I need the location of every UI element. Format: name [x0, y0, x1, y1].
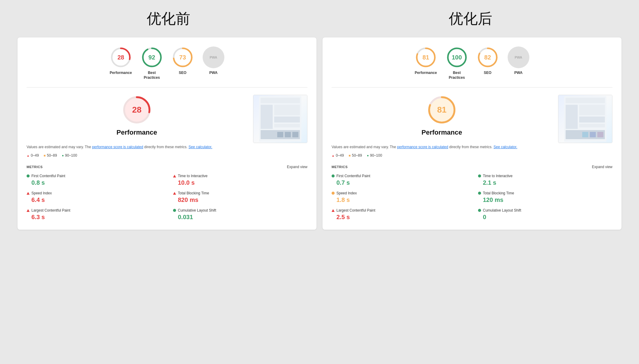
- page-titles: 优化前 优化后: [18, 9, 621, 28]
- legend-item-green-after: ● 90–100: [367, 153, 382, 158]
- svg-rect-11: [261, 105, 273, 129]
- expand-button-before[interactable]: Expand view: [287, 165, 307, 169]
- metric-cls-before: Cumulative Layout Shift 0.031: [173, 208, 307, 221]
- score-label-pwa-before: PWA: [209, 71, 217, 75]
- legend-item-orange-before: ■ 50–89: [44, 153, 57, 158]
- legend-after: ▲ 0–49 ■ 50–89 ● 90–100: [332, 153, 552, 158]
- metric-fcp-after: First Contentful Paint 0.7 s: [332, 174, 466, 186]
- score-circle-seo-after: 82: [477, 46, 499, 68]
- svg-rect-36: [590, 132, 596, 137]
- metric-cls-value-before: 0.031: [173, 214, 307, 221]
- big-circle-before: 28: [122, 95, 152, 125]
- score-label-seo-before: SEO: [179, 71, 186, 75]
- score-item-performance-after: 81 Performance: [415, 46, 437, 80]
- metric-tti-label-before: Time to Interactive: [178, 174, 207, 178]
- legend-before: ▲ 0–49 ■ 50–89 ● 90–100: [27, 153, 247, 158]
- metric-tbt-label-after: Total Blocking Time: [483, 191, 514, 195]
- metric-fcp-label-after: First Contentful Paint: [336, 174, 370, 178]
- metrics-grid-before: First Contentful Paint 0.8 s Time to Int…: [27, 174, 307, 221]
- metric-cls-label-before: Cumulative Layout Shift: [178, 208, 216, 212]
- metric-lcp-before: Largest Contentful Paint 6.3 s: [27, 208, 161, 221]
- metric-si-label-after: Speed Index: [336, 191, 357, 195]
- score-number-seo-before: 73: [179, 54, 186, 61]
- metric-tti-label-row-after: Time to Interactive: [478, 174, 612, 178]
- calculator-link-before[interactable]: See calculator.: [188, 145, 212, 149]
- panel-before: 28 Performance 92 BestPractices: [18, 37, 316, 230]
- title-after: 优化后: [320, 9, 621, 28]
- metric-lcp-label-row-after: Largest Contentful Paint: [332, 208, 466, 212]
- score-item-bp-after: 100 BestPractices: [446, 46, 468, 80]
- score-label-perf-before: Performance: [110, 71, 132, 75]
- metric-triangle-lcp-before: [27, 209, 30, 212]
- metric-tti-label-row-before: Time to Interactive: [173, 174, 307, 178]
- svg-rect-10: [261, 98, 300, 103]
- svg-rect-13: [274, 117, 300, 123]
- metric-dot-fcp-before: [27, 174, 30, 177]
- calculator-link-after[interactable]: See calculator.: [493, 145, 517, 149]
- score-number-perf-after: 81: [422, 54, 429, 61]
- big-score-container-after: 81 Performance: [332, 95, 552, 139]
- score-circle-performance-before: 28: [110, 46, 132, 68]
- svg-rect-32: [579, 117, 605, 123]
- metric-tti-value-after: 2.1 s: [478, 179, 612, 186]
- metric-cls-label-row-before: Cumulative Layout Shift: [173, 208, 307, 212]
- metric-dot-cls-after: [478, 209, 481, 212]
- perf-desc-after: Values are estimated and may vary. The p…: [332, 144, 552, 150]
- score-number-perf-before: 28: [117, 54, 124, 61]
- metric-lcp-label-after: Largest Contentful Paint: [336, 208, 375, 212]
- metric-tbt-before: Total Blocking Time 820 ms: [173, 191, 307, 203]
- metric-si-value-before: 6.4 s: [27, 196, 161, 203]
- score-item-seo-before: 73 SEO: [172, 46, 194, 80]
- metric-fcp-label-row-before: First Contentful Paint: [27, 174, 161, 178]
- metric-triangle-si-before: [27, 192, 30, 195]
- metric-tbt-label-row-before: Total Blocking Time: [173, 191, 307, 195]
- metric-lcp-value-after: 2.5 s: [332, 214, 466, 221]
- big-score-number-before: 28: [132, 105, 141, 115]
- metric-fcp-before: First Contentful Paint 0.8 s: [27, 174, 161, 186]
- metric-cls-label-row-after: Cumulative Layout Shift: [478, 208, 612, 212]
- big-score-number-after: 81: [437, 105, 446, 115]
- perf-left-before: 28 Performance Values are estimated and …: [27, 95, 247, 158]
- metric-si-label-row-after: Speed Index: [332, 191, 466, 195]
- perf-score-link-after[interactable]: performance score is calculated: [397, 145, 448, 149]
- score-item-bp-before: 92 BestPractices: [141, 46, 163, 80]
- screenshot-mockup-after: [558, 95, 612, 143]
- title-before: 优化前: [18, 9, 320, 28]
- screenshot-box-after: [558, 95, 612, 143]
- metric-cls-after: Cumulative Layout Shift 0: [478, 208, 612, 221]
- metric-si-label-before: Speed Index: [31, 191, 52, 195]
- metric-triangle-tti-before: [173, 175, 176, 177]
- score-item-pwa-after: PWA PWA: [508, 46, 529, 80]
- metric-tbt-label-row-after: Total Blocking Time: [478, 191, 612, 195]
- metric-cls-value-after: 0: [478, 214, 612, 221]
- score-circle-performance-after: 81: [415, 46, 437, 68]
- screenshot-mockup-before: [253, 95, 307, 143]
- perf-section-after: 81 Performance Values are estimated and …: [332, 95, 612, 158]
- svg-rect-12: [274, 105, 300, 115]
- metric-dot-cls-before: [173, 209, 176, 212]
- expand-button-after[interactable]: Expand view: [592, 165, 612, 169]
- screenshot-before: [253, 95, 307, 158]
- metric-tti-before: Time to Interactive 10.0 s: [173, 174, 307, 186]
- perf-desc-before: Values are estimated and may vary. The p…: [27, 144, 247, 150]
- metric-lcp-label-row-before: Largest Contentful Paint: [27, 208, 161, 212]
- metrics-title-before: METRICS: [27, 165, 43, 169]
- perf-score-link-before[interactable]: performance score is calculated: [92, 145, 143, 149]
- screenshot-after: [558, 95, 612, 158]
- perf-title-before: Performance: [117, 129, 157, 136]
- score-label-bp-after: BestPractices: [449, 71, 465, 80]
- metric-dot-tbt-after: [478, 192, 481, 195]
- metric-tti-label-after: Time to Interactive: [483, 174, 512, 178]
- big-score-container-before: 28 Performance: [27, 95, 247, 139]
- metrics-grid-after: First Contentful Paint 0.7 s Time to Int…: [332, 174, 612, 221]
- legend-item-green-before: ● 90–100: [62, 153, 77, 158]
- svg-rect-31: [579, 105, 605, 115]
- metric-dot-si-after: [332, 192, 335, 195]
- metric-cls-label-after: Cumulative Layout Shift: [483, 208, 521, 212]
- pwa-label-before: PWA: [210, 56, 217, 59]
- legend-item-red-before: ▲ 0–49: [27, 153, 39, 158]
- metric-fcp-label-row-after: First Contentful Paint: [332, 174, 466, 178]
- svg-rect-29: [566, 98, 605, 103]
- legend-item-red-after: ▲ 0–49: [332, 153, 344, 158]
- svg-rect-16: [277, 132, 283, 137]
